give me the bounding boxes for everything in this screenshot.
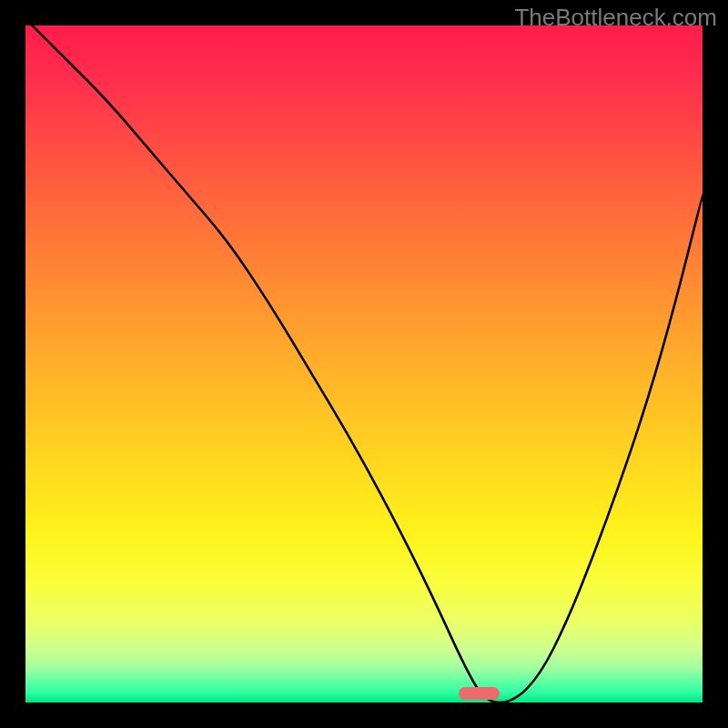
plot-area [25, 25, 703, 703]
bottleneck-curve [25, 25, 703, 703]
optimal-range-marker [459, 687, 500, 700]
chart-container: TheBottleneck.com [0, 0, 728, 728]
